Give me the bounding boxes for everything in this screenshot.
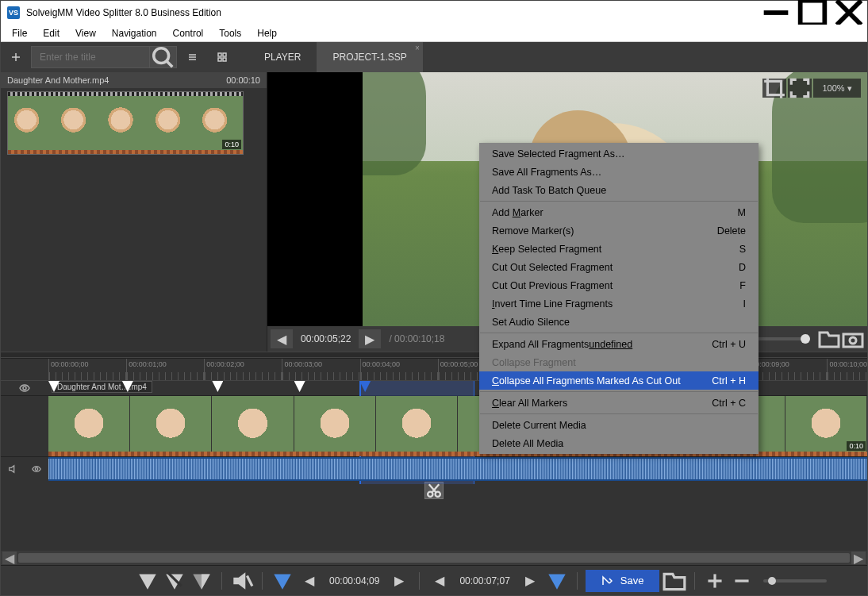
tab-close-icon[interactable]: × <box>415 44 420 52</box>
minimize-button[interactable] <box>758 1 794 25</box>
context-menu-item[interactable]: Set Audio Silence <box>479 313 759 331</box>
context-menu-shortcut: S <box>739 244 746 255</box>
context-menu-separator <box>480 413 758 414</box>
audio-track-toggle[interactable] <box>1 457 48 481</box>
zoom-in-icon[interactable] <box>703 570 727 592</box>
add-button[interactable] <box>1 42 31 72</box>
ruler-mark: 00:00:01;00 <box>126 359 204 380</box>
svg-point-17 <box>23 386 26 390</box>
context-menu-item[interactable]: Invert Time Line FragmentsI <box>479 294 759 313</box>
grid-view-button[interactable] <box>207 42 237 72</box>
menu-control[interactable]: Control <box>165 26 212 40</box>
zoom-out-icon[interactable] <box>730 570 754 592</box>
context-menu-item[interactable]: Save Selected Fragment As… <box>479 144 759 163</box>
thumb-duration: 0:10 <box>222 140 241 149</box>
out-timecode[interactable]: 00:00:07;07 <box>455 575 514 586</box>
svg-marker-29 <box>274 574 290 589</box>
prev-marker-button-2[interactable]: ◀ <box>428 570 451 592</box>
folder-button[interactable] <box>818 329 840 348</box>
context-menu-label: Invert Time Line Fragments <box>492 298 613 310</box>
close-button[interactable] <box>831 1 867 25</box>
menu-navigation[interactable]: Navigation <box>104 26 165 40</box>
menu-file[interactable]: File <box>4 26 35 40</box>
timeline-marker[interactable] <box>294 381 305 392</box>
media-filename: Daughter And Mother.mp4 <box>7 75 109 85</box>
tab-player[interactable]: PLAYER <box>248 42 317 72</box>
tab-project[interactable]: PROJECT-1.SSP× <box>317 42 422 72</box>
mute-audio-icon[interactable] <box>230 570 254 592</box>
title-input[interactable] <box>31 46 150 68</box>
context-menu-item[interactable]: Remove Marker(s)Delete <box>479 221 759 240</box>
timeline-marker[interactable] <box>212 381 223 392</box>
svg-rect-1 <box>801 1 825 25</box>
prev-marker-button[interactable]: ◀ <box>298 570 321 592</box>
next-marker-button-2[interactable]: ▶ <box>518 570 542 592</box>
context-menu-label: Add Task To Batch Queue <box>492 185 606 196</box>
svg-rect-14 <box>223 58 226 61</box>
list-view-button[interactable] <box>177 42 207 72</box>
search-button[interactable] <box>150 46 177 68</box>
fullscreen-icon[interactable] <box>788 79 812 98</box>
marker-partial-icon[interactable] <box>190 570 213 592</box>
zoom-dropdown[interactable]: 100% ▾ <box>813 79 861 98</box>
context-menu-label: Collapse Fragment <box>492 357 576 368</box>
playhead[interactable] <box>359 381 371 392</box>
context-menu-item: Collapse Fragment <box>479 353 759 371</box>
menu-view[interactable]: View <box>67 26 104 40</box>
context-menu-item[interactable]: Save All Fragments As… <box>479 163 759 181</box>
mark-in-icon[interactable] <box>271 570 294 592</box>
context-menu-shortcut: Ctrl + C <box>712 398 746 409</box>
save-button[interactable]: Save <box>586 570 660 592</box>
context-menu-label: Expand All Fragmentsundefined <box>492 339 632 350</box>
next-marker-button[interactable]: ▶ <box>387 570 411 592</box>
media-thumbnail[interactable]: 0:10 <box>7 91 244 155</box>
svg-rect-13 <box>218 58 221 61</box>
context-menu-label: Remove Marker(s) <box>492 225 574 236</box>
current-time[interactable]: 00:00:05;22 <box>294 333 357 344</box>
ruler-mark: 00:00:10;00 <box>827 359 867 380</box>
svg-rect-15 <box>843 334 862 347</box>
context-menu-label: Add Marker <box>492 207 543 218</box>
context-menu-item[interactable]: Keep Selected FragmentS <box>479 240 759 258</box>
next-frame-button[interactable]: ▶ <box>359 329 381 348</box>
prev-frame-button[interactable]: ◀ <box>271 329 293 348</box>
context-menu-item[interactable]: Clear All MarkersCtrl + C <box>479 394 759 412</box>
svg-marker-23 <box>139 574 156 589</box>
mark-out-icon[interactable] <box>545 570 569 592</box>
snapshot-button[interactable] <box>842 329 864 348</box>
in-timecode[interactable]: 00:00:04;09 <box>325 575 384 586</box>
zoom-slider[interactable] <box>763 579 827 583</box>
horizontal-scrollbar[interactable]: ◀ ▶ <box>1 551 867 565</box>
cut-button[interactable] <box>424 482 444 499</box>
context-menu-item[interactable]: Delete All Media <box>479 434 759 452</box>
scroll-right[interactable]: ▶ <box>851 552 866 564</box>
menu-help[interactable]: Help <box>249 26 285 40</box>
video-track-toggle[interactable] <box>1 381 48 395</box>
filter-icon[interactable] <box>136 570 159 592</box>
audio-waveform[interactable] <box>48 457 867 481</box>
context-menu-item[interactable]: Collapse All Fragments Marked As Cut Out… <box>479 371 759 390</box>
svg-point-16 <box>850 337 856 344</box>
menu-edit[interactable]: Edit <box>35 26 67 40</box>
context-menu-label: Delete Current Media <box>492 420 586 431</box>
open-folder-icon[interactable] <box>663 570 686 592</box>
marker-clear-icon[interactable] <box>163 570 186 592</box>
context-menu-item[interactable]: Expand All FragmentsundefinedCtrl + U <box>479 335 759 353</box>
window-title: SolveigMM Video Splitter 8.0 Business Ed… <box>26 7 758 18</box>
crop-icon[interactable] <box>762 79 786 98</box>
context-menu-item[interactable]: Delete Current Media <box>479 416 759 434</box>
maximize-button[interactable] <box>794 1 831 25</box>
context-menu-item[interactable]: Cut Out Previous FragmentF <box>479 276 759 294</box>
scroll-left[interactable]: ◀ <box>2 552 17 564</box>
context-menu-item[interactable]: Add MarkerM <box>479 203 759 221</box>
svg-rect-12 <box>223 53 226 56</box>
app-logo: VS <box>7 6 20 19</box>
context-menu-shortcut: Ctrl + H <box>712 375 746 386</box>
context-menu-item[interactable]: Add Task To Batch Queue <box>479 181 759 199</box>
context-menu-label: Collapse All Fragments Marked As Cut Out <box>492 375 681 386</box>
context-menu-item[interactable]: Cut Out Selected FragmentD <box>479 258 759 276</box>
context-menu-shortcut: F <box>739 280 746 291</box>
menu-tools[interactable]: Tools <box>211 26 249 40</box>
clip-name-badge: Daughter And Mot….mp4 <box>52 381 152 393</box>
context-menu-separator <box>480 391 758 392</box>
